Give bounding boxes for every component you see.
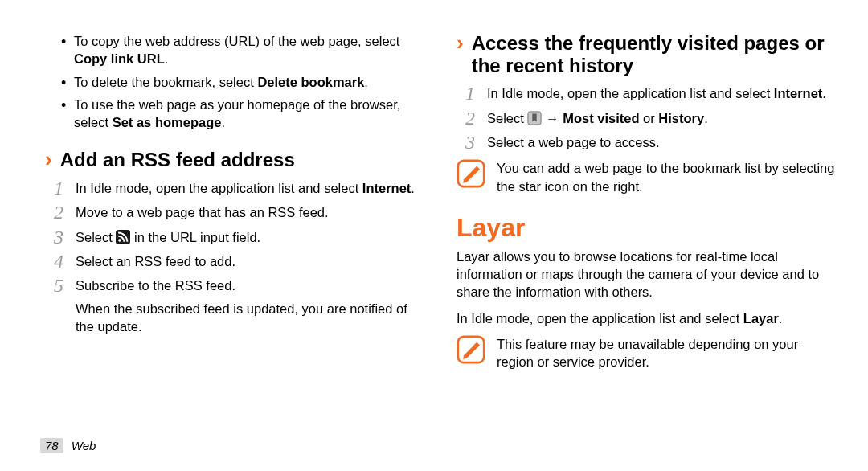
chevron-right-icon: ›	[45, 149, 52, 170]
step-row: 3 Select a web page to access.	[463, 132, 836, 153]
text: In Idle mode, open the application list …	[457, 311, 743, 326]
bookmark-tab-icon	[527, 111, 542, 125]
bullet-list: To copy the web address (URL) of the web…	[32, 32, 424, 131]
bold-text: Layar	[743, 311, 779, 326]
text: To delete the bookmark, select	[74, 75, 257, 89]
step-row: 1 In Idle mode, open the application lis…	[463, 83, 836, 104]
right-column: › Access the frequently visited pages or…	[444, 32, 836, 377]
text: Select	[76, 230, 116, 244]
step-body: Subscribe to the RSS feed.	[76, 275, 424, 294]
bold-text: Internet	[774, 86, 823, 100]
svg-point-1	[119, 239, 122, 242]
paragraph: Layar allows you to browse locations for…	[457, 248, 836, 301]
bullet-item: To use the web page as your homepage of …	[61, 96, 424, 132]
step-number: 4	[51, 251, 66, 272]
step-number: 1	[463, 83, 477, 104]
text: In Idle mode, open the application list …	[487, 86, 774, 100]
bold-text: Set as homepage	[113, 115, 222, 129]
step-body: Select a web page to access.	[487, 132, 836, 151]
page-category: Web	[72, 439, 96, 453]
step-body: Move to a web page that has an RSS feed.	[76, 202, 424, 221]
bold-text: Most visited	[563, 111, 639, 125]
step-body: In Idle mode, open the application list …	[76, 178, 424, 197]
text: .	[165, 51, 169, 66]
page-number: 78	[40, 438, 63, 453]
step-body: Select an RSS feed to add.	[76, 251, 424, 270]
step-row: 5 Subscribe to the RSS feed.	[51, 275, 424, 296]
text: To copy the web address (URL) of the web…	[74, 34, 399, 48]
bullet-item: To delete the bookmark, select Delete bo…	[61, 73, 424, 91]
step-number: 3	[51, 227, 66, 248]
bullet-item: To copy the web address (URL) of the web…	[61, 32, 424, 68]
text: .	[221, 115, 225, 129]
note-text: You can add a web page to the bookmark l…	[497, 159, 836, 195]
step-row: 3 Select in the URL input field.	[51, 227, 424, 248]
step-row: 1 In Idle mode, open the application lis…	[51, 178, 424, 199]
step-body: Select in the URL input field.	[76, 227, 424, 246]
note-row: You can add a web page to the bookmark l…	[457, 159, 836, 195]
step-row: 2 Select → Most visited or History.	[463, 108, 836, 129]
left-column: To copy the web address (URL) of the web…	[32, 32, 424, 377]
text: Select	[487, 111, 527, 125]
page-body: To copy the web address (URL) of the web…	[0, 0, 868, 377]
note-row: This feature may be unavailable dependin…	[457, 335, 836, 371]
text: in the URL input field.	[134, 230, 260, 244]
step-number: 1	[51, 178, 66, 199]
step-row: 4 Select an RSS feed to add.	[51, 251, 424, 272]
step-number: 2	[463, 108, 477, 129]
big-section-title: Layar	[457, 213, 836, 243]
step-extra-text: When the subscribed feed is updated, you…	[76, 300, 424, 336]
section-title: Add an RSS feed address	[60, 149, 295, 171]
page-footer: 78 Web	[40, 438, 96, 453]
note-icon	[457, 335, 485, 364]
chevron-right-icon: ›	[457, 32, 464, 53]
step-number: 3	[463, 132, 477, 153]
step-body: In Idle mode, open the application list …	[487, 83, 836, 102]
bold-text: History	[658, 111, 704, 125]
paragraph: In Idle mode, open the application list …	[457, 309, 836, 327]
section-heading: › Access the frequently visited pages or…	[457, 32, 836, 76]
svg-rect-0	[116, 230, 130, 244]
text: .	[411, 181, 415, 195]
text: In Idle mode, open the application list …	[76, 181, 362, 195]
bold-text: Delete bookmark	[257, 75, 364, 89]
step-body: Select → Most visited or History.	[487, 108, 836, 127]
text: .	[822, 86, 826, 100]
rss-icon	[116, 230, 130, 244]
bold-text: Copy link URL	[74, 51, 165, 66]
section-title: Access the frequently visited pages or t…	[472, 32, 836, 76]
text: .	[364, 75, 368, 89]
step-row: 2 Move to a web page that has an RSS fee…	[51, 202, 424, 223]
note-text: This feature may be unavailable dependin…	[497, 335, 836, 371]
section-heading: › Add an RSS feed address	[45, 149, 424, 171]
note-icon	[457, 159, 485, 188]
step-number: 5	[51, 275, 66, 296]
text: .	[779, 311, 783, 326]
bold-text: Internet	[362, 181, 411, 195]
text: .	[704, 111, 708, 125]
text: →	[546, 111, 563, 125]
text: or	[640, 111, 659, 125]
step-number: 2	[51, 202, 66, 223]
